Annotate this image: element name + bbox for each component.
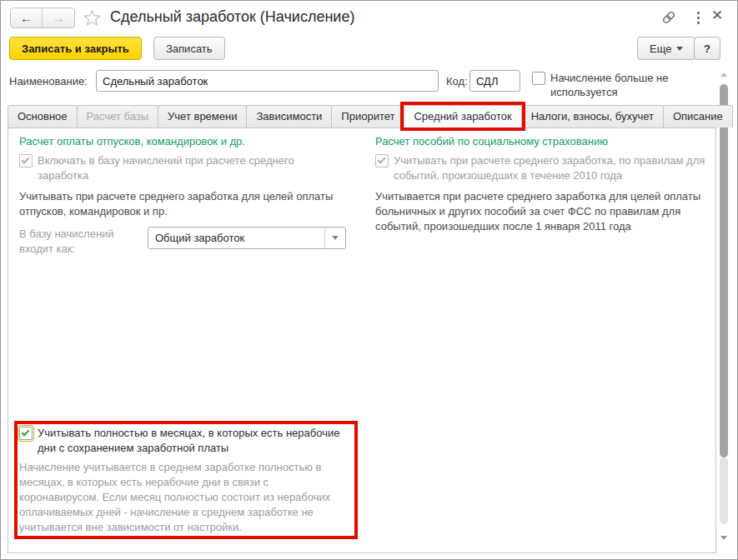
chevron-down-icon: [676, 47, 683, 51]
code-input[interactable]: [469, 70, 520, 92]
covid-checkbox[interactable]: [19, 427, 33, 440]
checkmark-icon: [378, 156, 386, 164]
save-and-close-button[interactable]: Записать и закрыть: [9, 37, 142, 60]
base-entry-label: В базу начислений входит как:: [19, 227, 148, 257]
include-in-base-label: Включать в базу начислений при расчете с…: [38, 153, 326, 183]
tab-sredniy-zarabotok-label: Средний заработок: [414, 110, 511, 122]
scrollbar-thumb[interactable]: [720, 84, 728, 458]
covid-checkbox-label: Учитывать полностью в месяцах, в которых…: [38, 426, 352, 456]
base-entry-combobox[interactable]: Общий заработок: [148, 227, 346, 249]
name-label: Наименование:: [9, 75, 88, 88]
covid-hint: Начисление учитывается в среднем заработ…: [19, 460, 351, 535]
tab-raschet-bazy: Расчет базы: [77, 105, 159, 128]
include-in-base-row: Включать в базу начислений при расчете с…: [19, 153, 364, 183]
tab-uchet-vremeni[interactable]: Учет времени: [158, 105, 247, 128]
more-menu-icon[interactable]: [690, 9, 706, 26]
close-icon[interactable]: ✕: [709, 7, 725, 23]
vertical-scrollbar: [718, 68, 730, 548]
tab-nalogi-vznosy[interactable]: Налоги, взносы, бухучет: [521, 105, 664, 128]
tab-prioritet[interactable]: Приоритет: [331, 105, 404, 128]
include-in-base-checkbox: [19, 154, 33, 168]
more-actions-button[interactable]: Еще: [637, 37, 695, 60]
checkmark-icon: [22, 428, 30, 437]
scroll-up-arrow-icon[interactable]: [720, 72, 727, 77]
rules-2010-row: Учитывать при расчете среднего заработка…: [375, 153, 719, 183]
favorite-star-icon[interactable]: [83, 9, 101, 27]
name-input[interactable]: [96, 70, 439, 92]
rules-2010-checkbox: [375, 154, 389, 168]
vacation-group: Расчет оплаты отпусков, командировок и д…: [19, 135, 364, 257]
code-label: Код:: [446, 75, 468, 88]
vacation-hint: Учитывать при расчете среднего заработка…: [19, 189, 354, 219]
vacation-group-header: Расчет оплаты отпусков, командировок и д…: [19, 135, 364, 148]
page-title: Сдельный заработок (Начисление): [110, 8, 354, 26]
forward-button[interactable]: →: [43, 8, 74, 28]
tab-page-sredniy-zarabotok: Расчет оплаты отпусков, командировок и д…: [8, 128, 716, 553]
history-nav: ← →: [10, 8, 75, 28]
back-button[interactable]: ←: [11, 8, 43, 28]
social-hint: Учитывается при расчете среднего заработ…: [375, 189, 714, 234]
checkmark-icon: [22, 156, 30, 164]
covid-checkbox-row: Учитывать полностью в месяцах, в которых…: [19, 426, 353, 456]
tab-zavisimosti[interactable]: Зависимости: [246, 105, 332, 128]
combobox-dropdown-button[interactable]: [324, 228, 345, 248]
save-button[interactable]: Записать: [153, 37, 225, 60]
scrollbar-track[interactable]: [720, 458, 728, 524]
rules-2010-label: Учитывать при расчете среднего заработка…: [394, 153, 714, 183]
base-entry-row: В базу начислений входит как: Общий зара…: [19, 227, 364, 257]
get-link-icon[interactable]: [660, 9, 677, 26]
tab-sredniy-zarabotok[interactable]: Средний заработок: [404, 105, 521, 128]
not-used-checkbox[interactable]: [532, 72, 545, 85]
scroll-down-arrow-icon[interactable]: [720, 536, 727, 540]
not-used-label: Начисление больше не используется: [550, 71, 709, 99]
tab-opisanie[interactable]: Описание: [663, 105, 733, 128]
help-button[interactable]: ?: [694, 37, 720, 60]
chevron-down-icon: [332, 236, 339, 240]
tab-bar: Основное Расчет базы Учет времени Зависи…: [8, 105, 732, 128]
covid-section: Учитывать полностью в месяцах, в которых…: [19, 426, 353, 535]
form-window: ← → Сдельный заработок (Начисление) ✕ За…: [0, 0, 738, 560]
not-used-checkbox-row: Начисление больше не используется: [532, 71, 709, 99]
social-group: Расчет пособий по социальному страховани…: [375, 135, 719, 234]
more-actions-label: Еще: [650, 42, 671, 55]
base-entry-value: Общий заработок: [148, 232, 324, 244]
tab-osnovnoe[interactable]: Основное: [8, 105, 78, 128]
social-group-header: Расчет пособий по социальному страховани…: [375, 135, 719, 148]
